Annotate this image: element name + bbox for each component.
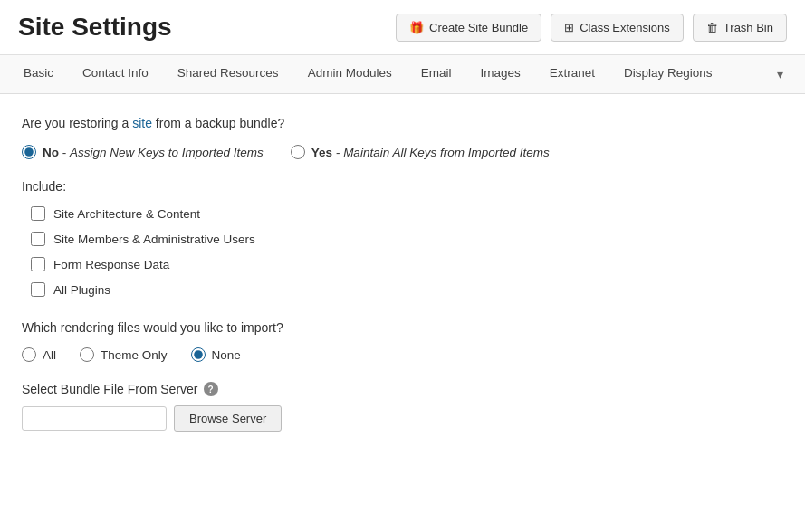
render-theme-only-option[interactable]: Theme Only xyxy=(80,347,168,362)
extensions-icon: ⊞ xyxy=(564,21,574,34)
render-all-option[interactable]: All xyxy=(22,347,56,362)
create-site-bundle-button[interactable]: 🎁 Create Site Bundle xyxy=(396,14,541,42)
file-row: Browse Server xyxy=(22,405,783,432)
tab-admin-modules[interactable]: Admin Modules xyxy=(293,55,407,93)
tab-display-regions[interactable]: Display Regions xyxy=(609,55,727,93)
tab-email[interactable]: Email xyxy=(407,55,466,93)
form-response-checkbox[interactable] xyxy=(31,257,45,271)
site-link[interactable]: site xyxy=(132,116,152,130)
bundle-label: Select Bundle File From Server ? xyxy=(22,382,783,396)
include-form-response[interactable]: Form Response Data xyxy=(31,257,783,271)
tab-shared-resources[interactable]: Shared Resources xyxy=(163,55,293,93)
tab-basic[interactable]: Basic xyxy=(9,55,68,93)
include-site-arch[interactable]: Site Architecture & Content xyxy=(31,206,783,221)
restore-yes-radio[interactable] xyxy=(291,145,305,159)
page-title: Site Settings xyxy=(18,13,172,42)
chevron-down-icon: ▾ xyxy=(777,67,783,81)
header-actions: 🎁 Create Site Bundle ⊞ Class Extensions … xyxy=(396,14,787,42)
browse-server-button[interactable]: Browse Server xyxy=(174,405,282,432)
restore-no-option[interactable]: No - Assign New Keys to Imported Items xyxy=(22,145,264,159)
tabs-more-button[interactable]: ▾ xyxy=(764,55,796,93)
include-site-members[interactable]: Site Members & Administrative Users xyxy=(31,232,783,246)
render-none-option[interactable]: None xyxy=(191,347,241,362)
help-icon[interactable]: ? xyxy=(204,382,218,396)
render-question: Which rendering files would you like to … xyxy=(22,320,783,335)
include-checkbox-group: Site Architecture & Content Site Members… xyxy=(22,206,783,297)
tabs-bar: Basic Contact Info Shared Resources Admi… xyxy=(0,55,805,94)
restore-no-radio[interactable] xyxy=(22,145,36,159)
trash-icon: 🗑 xyxy=(706,21,718,34)
restore-radio-group: No - Assign New Keys to Imported Items Y… xyxy=(22,145,783,159)
page-header: Site Settings 🎁 Create Site Bundle ⊞ Cla… xyxy=(0,0,805,55)
render-radio-group: All Theme Only None xyxy=(22,347,783,362)
restore-yes-option[interactable]: Yes - Maintain All Keys from Imported It… xyxy=(291,145,550,159)
tab-images[interactable]: Images xyxy=(465,55,534,93)
restore-question: Are you restoring a site from a backup b… xyxy=(22,116,783,130)
tab-extranet[interactable]: Extranet xyxy=(535,55,609,93)
render-all-radio[interactable] xyxy=(22,347,36,362)
gift-icon: 🎁 xyxy=(409,21,424,34)
all-plugins-checkbox[interactable] xyxy=(31,282,45,297)
site-arch-checkbox[interactable] xyxy=(31,206,45,221)
main-content: Are you restoring a site from a backup b… xyxy=(0,94,805,453)
include-all-plugins[interactable]: All Plugins xyxy=(31,282,783,297)
include-label: Include: xyxy=(22,179,783,194)
tab-contact-info[interactable]: Contact Info xyxy=(68,55,163,93)
trash-bin-button[interactable]: 🗑 Trash Bin xyxy=(693,14,787,42)
file-path-input[interactable] xyxy=(22,406,167,431)
render-theme-only-radio[interactable] xyxy=(80,347,94,362)
class-extensions-button[interactable]: ⊞ Class Extensions xyxy=(551,14,684,42)
site-members-checkbox[interactable] xyxy=(31,232,45,246)
render-none-radio[interactable] xyxy=(191,347,206,362)
